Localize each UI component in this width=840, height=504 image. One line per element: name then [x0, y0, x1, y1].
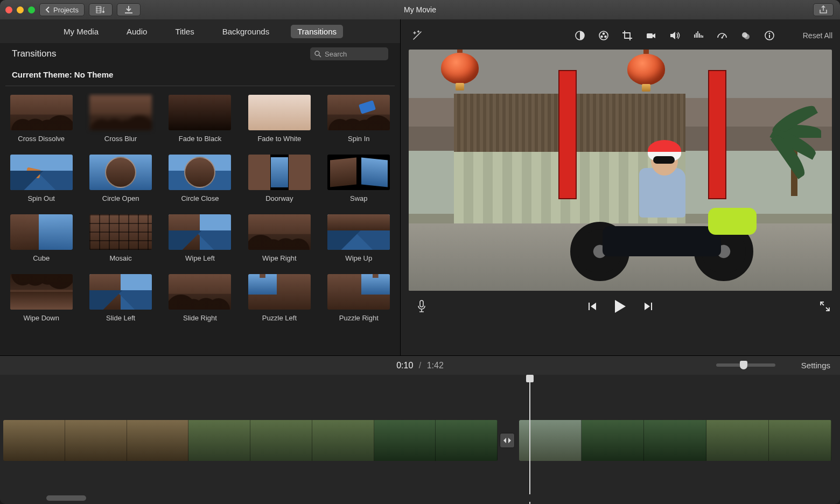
crop-icon: [622, 30, 633, 41]
tab-audio[interactable]: Audio: [120, 25, 153, 38]
timeline-clip-2[interactable]: [519, 420, 831, 461]
tab-transitions[interactable]: Transitions: [291, 25, 343, 38]
svg-point-13: [768, 33, 770, 34]
svg-point-11: [744, 34, 750, 39]
film-music-icon: [96, 6, 106, 13]
transitions-grid: Cross Dissolve Cross Blur Fade to Black …: [0, 93, 400, 324]
voiceover-button[interactable]: [417, 300, 426, 313]
transition-cross-blur[interactable]: Cross Blur: [87, 95, 154, 143]
transition-puzzle-right[interactable]: Puzzle Right: [325, 274, 393, 322]
timeline-settings-button[interactable]: Settings: [801, 361, 830, 370]
fullscreen-window-button[interactable]: [28, 6, 35, 13]
tab-titles[interactable]: Titles: [169, 25, 200, 38]
import-button[interactable]: [117, 3, 141, 16]
svg-point-6: [600, 36, 603, 38]
previous-button[interactable]: [586, 301, 597, 312]
transition-circle-open[interactable]: Circle Open: [87, 155, 154, 202]
chevron-left-icon: [45, 6, 51, 13]
viewer-panel: Reset All: [401, 19, 840, 355]
viewer-toolbar: Reset All: [408, 25, 832, 46]
equalizer-icon: [693, 30, 704, 41]
noise-reduction-button[interactable]: [693, 30, 704, 41]
back-label: Projects: [53, 6, 79, 14]
transition-slide-right[interactable]: Slide Right: [166, 274, 234, 322]
svg-point-2: [315, 51, 319, 55]
minimize-window-button[interactable]: [17, 6, 24, 13]
transition-swap[interactable]: Swap: [325, 155, 393, 202]
share-button[interactable]: [813, 3, 834, 16]
transport-controls: [408, 291, 832, 322]
reset-all-button[interactable]: Reset All: [803, 31, 832, 40]
media-library-button[interactable]: [89, 3, 113, 16]
fullscreen-button[interactable]: [820, 301, 830, 312]
transition-spin-in[interactable]: Spin In: [325, 95, 393, 143]
transition-puzzle-left[interactable]: Puzzle Left: [246, 274, 313, 322]
overlay-icon: [740, 30, 751, 41]
info-button[interactable]: [764, 30, 775, 41]
zoom-slider[interactable]: [716, 363, 775, 367]
transition-wipe-up[interactable]: Wipe Up: [325, 214, 393, 262]
expand-icon: [820, 301, 830, 312]
crop-button[interactable]: [622, 30, 633, 41]
camera-icon: [646, 30, 656, 41]
titlebar: Projects My Movie: [0, 0, 840, 19]
divider: [5, 86, 395, 86]
svg-rect-14: [769, 35, 770, 38]
transition-spin-out[interactable]: Spin Out: [8, 155, 75, 202]
color-balance-button[interactable]: [575, 30, 585, 41]
play-icon: [613, 299, 627, 314]
skip-forward-icon: [643, 301, 654, 312]
color-balance-icon: [575, 30, 585, 41]
browser-tabs: My Media Audio Titles Backgrounds Transi…: [0, 19, 400, 43]
speed-button[interactable]: [717, 30, 727, 41]
transition-cube[interactable]: Cube: [8, 214, 75, 262]
magic-wand-icon: [411, 30, 423, 41]
search-input[interactable]: Search: [310, 47, 388, 60]
tab-my-media[interactable]: My Media: [57, 25, 105, 38]
video-overlay-button[interactable]: [740, 30, 751, 41]
transition-circle-close[interactable]: Circle Close: [166, 155, 234, 202]
back-to-projects-button[interactable]: Projects: [39, 3, 85, 16]
color-correction-button[interactable]: [598, 30, 609, 41]
color-wheel-icon: [598, 30, 609, 41]
video-preview[interactable]: [409, 50, 832, 291]
play-button[interactable]: [613, 299, 627, 314]
transition-doorway[interactable]: Doorway: [246, 155, 313, 202]
transition-icon: [503, 437, 512, 444]
next-button[interactable]: [643, 301, 654, 312]
tab-backgrounds[interactable]: Backgrounds: [216, 25, 276, 38]
download-icon: [124, 6, 133, 13]
transition-wipe-left[interactable]: Wipe Left: [166, 214, 234, 262]
timeline[interactable]: [0, 375, 840, 504]
current-theme-label: Current Theme: No Theme: [0, 65, 400, 86]
transition-marker[interactable]: [500, 433, 515, 448]
transition-fade-to-white[interactable]: Fade to White: [246, 95, 313, 143]
transition-wipe-down[interactable]: Wipe Down: [8, 274, 75, 322]
svg-rect-8: [647, 33, 653, 38]
enhance-button[interactable]: [411, 30, 423, 41]
transition-wipe-right[interactable]: Wipe Right: [246, 214, 313, 262]
svg-point-5: [602, 32, 605, 35]
stabilization-button[interactable]: [646, 30, 656, 41]
playhead[interactable]: [529, 375, 530, 504]
share-icon: [820, 5, 827, 14]
transition-fade-to-black[interactable]: Fade to Black: [166, 95, 234, 143]
skip-back-icon: [586, 301, 597, 312]
window-controls: [5, 6, 35, 13]
search-icon: [314, 51, 321, 58]
transition-cross-dissolve[interactable]: Cross Dissolve: [8, 95, 75, 143]
playhead-time: 0:10: [396, 361, 413, 370]
transition-mosaic[interactable]: Mosaic: [87, 214, 154, 262]
timeline-header: 0:10 / 1:42 Settings: [0, 355, 840, 375]
search-placeholder: Search: [325, 50, 347, 58]
close-window-button[interactable]: [5, 6, 12, 13]
total-duration: 1:42: [427, 361, 444, 370]
volume-button[interactable]: [669, 30, 680, 41]
svg-rect-15: [420, 300, 423, 307]
info-icon: [764, 30, 775, 41]
project-title: My Movie: [404, 5, 436, 14]
timeline-scrollbar[interactable]: [0, 494, 840, 502]
transition-slide-left[interactable]: Slide Left: [87, 274, 154, 322]
microphone-icon: [417, 300, 426, 313]
timeline-clip-1[interactable]: [3, 420, 498, 461]
